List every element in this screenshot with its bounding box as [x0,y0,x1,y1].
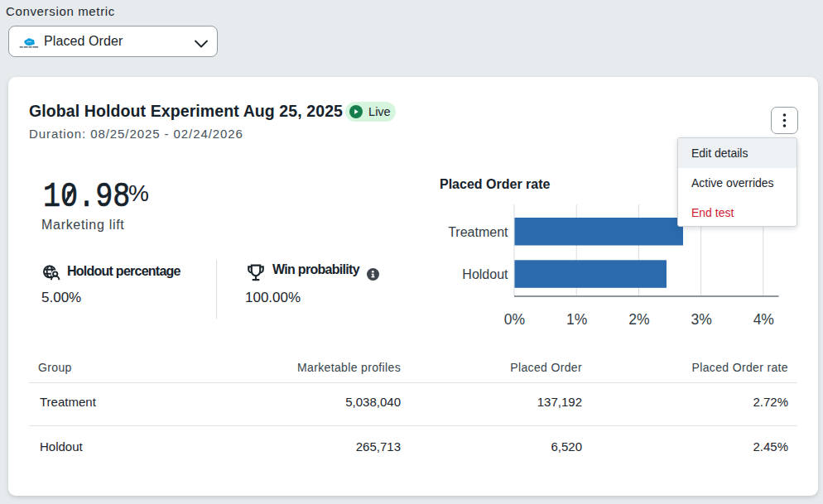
svg-text:1%: 1% [566,311,587,328]
svg-text:Holdout: Holdout [462,267,508,281]
svg-text:Treatment: Treatment [448,225,508,239]
svg-text:2%: 2% [628,311,649,328]
svg-text:4%: 4% [753,311,774,328]
svg-text:3%: 3% [691,311,711,328]
svg-text:0%: 0% [504,311,525,328]
